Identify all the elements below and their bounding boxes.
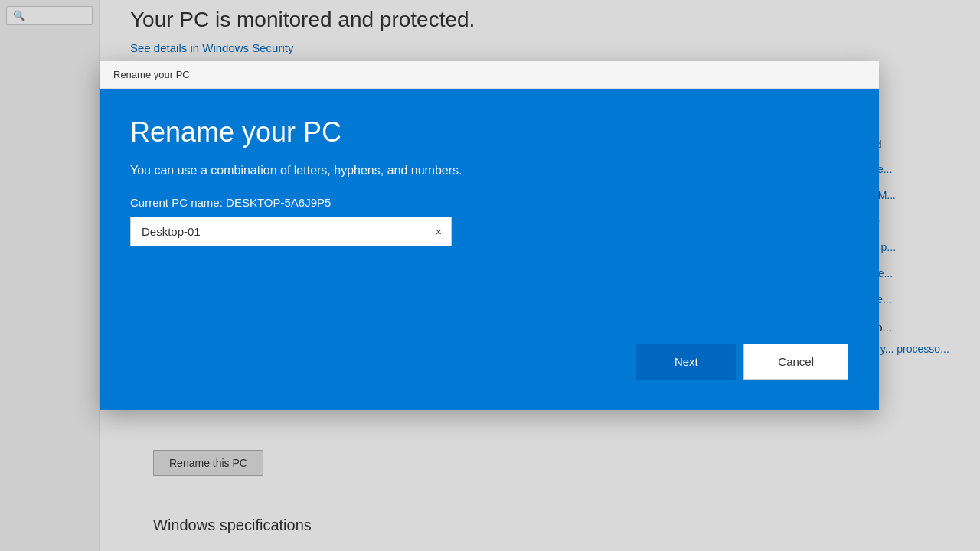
dialog-subtitle: You can use a combination of letters, hy…	[130, 164, 848, 178]
cancel-button[interactable]: Cancel	[743, 344, 848, 380]
dialog-actions: Next Cancel	[636, 344, 848, 380]
next-button[interactable]: Next	[636, 344, 736, 380]
clear-input-button[interactable]: ×	[426, 220, 451, 244]
current-pc-label: Current PC name: DESKTOP-5A6J9P5	[130, 196, 848, 209]
pc-name-input-wrapper: ×	[130, 217, 452, 246]
dialog-titlebar: Rename your PC	[100, 61, 879, 89]
dialog-title: Rename your PC	[130, 116, 848, 148]
dialog-body: Rename your PC You can use a combination…	[100, 89, 879, 410]
pc-name-input[interactable]	[131, 217, 426, 246]
rename-pc-dialog: Rename your PC Rename your PC You can us…	[100, 61, 879, 410]
